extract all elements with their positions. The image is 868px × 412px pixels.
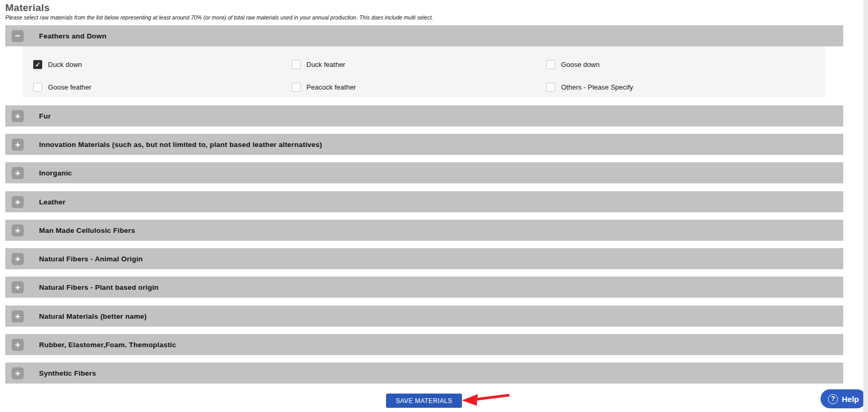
expand-icon[interactable]: + xyxy=(12,139,24,151)
checkbox-box[interactable]: ✓ xyxy=(292,60,301,69)
checkbox-label: Goose feather xyxy=(48,83,91,91)
checkbox-duck-down[interactable]: ✓ Duck down xyxy=(33,60,292,69)
page-title: Materials xyxy=(5,2,50,14)
checkbox-box[interactable]: ✓ xyxy=(292,83,301,92)
expand-icon[interactable]: + xyxy=(12,339,24,351)
red-arrow-annotation xyxy=(460,391,512,407)
section-label: Innovation Materials (such as, but not l… xyxy=(39,141,322,149)
section-label: Natural Fibers - Animal Origin xyxy=(39,255,143,263)
checkbox-label: Others - Please Specify xyxy=(561,83,633,91)
checkbox-box[interactable]: ✓ xyxy=(33,60,42,69)
section-header-natural-materials[interactable]: + Natural Materials (better name) xyxy=(5,306,843,327)
section-header-fur[interactable]: + Fur xyxy=(5,105,843,126)
collapse-icon[interactable]: − xyxy=(12,30,24,42)
feathers-and-down-panel: ✓ Duck down ✓ Duck feather ✓ Goose down … xyxy=(23,46,825,97)
question-mark-icon: ? xyxy=(828,394,838,404)
section-header-man-made-cellulosic-fibers[interactable]: + Man Made Cellulosic Fibers xyxy=(5,220,843,241)
checkbox-label: Peacock feather xyxy=(306,83,356,91)
section-label: Rubber, Elastomer,Foam. Themoplastic xyxy=(39,341,176,349)
section-header-feathers-and-down[interactable]: − Feathers and Down xyxy=(5,25,843,46)
expand-icon[interactable]: + xyxy=(12,310,24,322)
checkbox-label: Goose down xyxy=(561,61,600,68)
vertical-scrollbar[interactable] xyxy=(863,0,868,412)
expand-icon[interactable]: + xyxy=(12,110,24,122)
checkbox-label: Duck feather xyxy=(306,61,345,68)
checkbox-peacock-feather[interactable]: ✓ Peacock feather xyxy=(292,83,546,92)
expand-icon[interactable]: + xyxy=(12,224,24,237)
section-header-natural-fibers-plant-based-origin[interactable]: + Natural Fibers - Plant based origin xyxy=(5,277,843,298)
section-header-rubber-elastomer-foam-themoplastic[interactable]: + Rubber, Elastomer,Foam. Themoplastic xyxy=(5,334,843,355)
checkbox-goose-feather[interactable]: ✓ Goose feather xyxy=(33,83,292,92)
section-header-synthetic-fibers[interactable]: + Synthetic Fibers xyxy=(5,362,843,384)
expand-icon[interactable]: + xyxy=(12,196,24,208)
section-header-innovation-materials[interactable]: + Innovation Materials (such as, but not… xyxy=(5,134,843,155)
checkbox-label: Duck down xyxy=(48,61,82,68)
checkbox-others-please-specify[interactable]: ✓ Others - Please Specify xyxy=(546,83,825,92)
expand-icon[interactable]: + xyxy=(12,167,24,179)
section-label: Man Made Cellulosic Fibers xyxy=(39,227,135,234)
section-label: Synthetic Fibers xyxy=(39,369,96,377)
expand-icon[interactable]: + xyxy=(12,281,24,293)
section-label: Natural Fibers - Plant based origin xyxy=(39,283,159,291)
section-header-inorganic[interactable]: + Inorganic xyxy=(5,162,843,183)
expand-icon[interactable]: + xyxy=(12,367,24,379)
section-label: Natural Materials (better name) xyxy=(39,312,147,320)
checkbox-goose-down[interactable]: ✓ Goose down xyxy=(546,60,825,69)
section-label: Inorganic xyxy=(39,169,72,177)
save-materials-button[interactable]: SAVE MATERIALS xyxy=(386,394,462,408)
materials-page: Materials Please select raw materials fr… xyxy=(0,0,868,412)
section-header-natural-fibers-animal-origin[interactable]: + Natural Fibers - Animal Origin xyxy=(5,248,843,269)
section-label: Leather xyxy=(39,198,65,206)
section-label: Feathers and Down xyxy=(39,32,107,40)
expand-icon[interactable]: + xyxy=(12,253,24,265)
checkbox-duck-feather[interactable]: ✓ Duck feather xyxy=(292,60,546,69)
instruction-text: Please select raw materials from the lis… xyxy=(5,14,433,21)
checkbox-box[interactable]: ✓ xyxy=(33,83,42,92)
section-header-leather[interactable]: + Leather xyxy=(5,191,843,212)
help-button[interactable]: ? Help xyxy=(821,389,866,408)
help-label: Help xyxy=(842,395,859,404)
checkbox-box[interactable]: ✓ xyxy=(546,60,555,69)
check-icon: ✓ xyxy=(35,62,40,68)
checkbox-box[interactable]: ✓ xyxy=(546,83,555,92)
section-label: Fur xyxy=(39,112,51,120)
